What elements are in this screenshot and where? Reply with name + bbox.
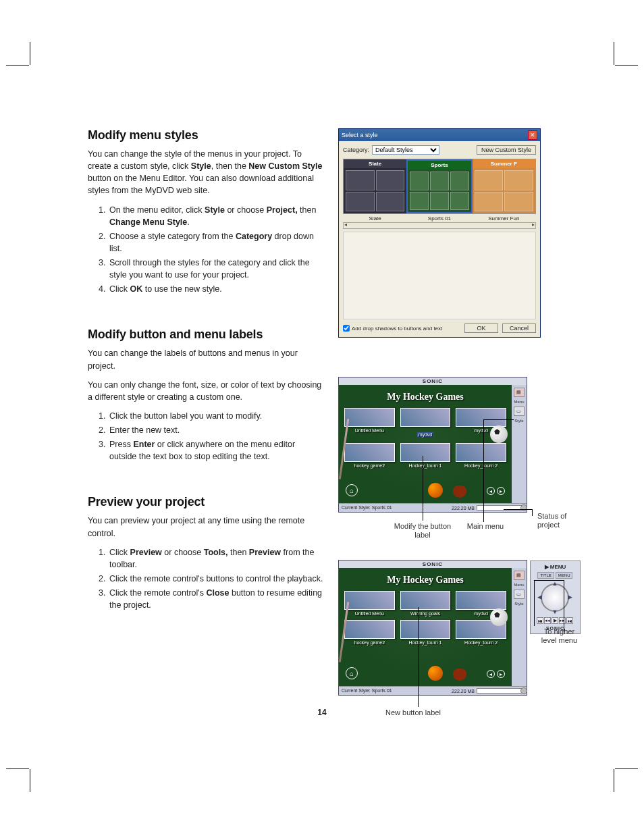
menu-thumb[interactable]: mydvd [400, 408, 451, 439]
menu-screen[interactable]: My Hockey Games Untitled Menu Winning go… [339, 568, 512, 686]
page-number: 14 [0, 708, 644, 717]
drop-shadow-checkbox[interactable]: Add drop shadows to buttons and text [343, 325, 442, 332]
capacity-bar [477, 688, 524, 694]
style-label-sports: Sports 01 [407, 215, 471, 221]
remote-transport[interactable]: ⏮ ◂◂ ▶ ▸▸ ⏭ [537, 617, 573, 624]
rewind-icon[interactable]: ◂◂ [544, 617, 551, 624]
category-dropdown[interactable]: Default Styles [372, 145, 439, 155]
dvd-editor-after: SONIC My Hockey Games Untitled Menu Winn… [338, 560, 527, 696]
heading-modify-labels: Modify button and menu labels [88, 328, 323, 342]
status-size: 222.20 MB [452, 689, 475, 694]
glove-icon [453, 669, 466, 681]
step-1: On the menu editor, click Style or choos… [108, 204, 323, 228]
menu-thumb[interactable]: Untitled Menu [344, 408, 395, 439]
step-2: Enter the new text. [108, 424, 323, 436]
brand-label: SONIC [339, 377, 527, 385]
step-1: Click the button label you want to modif… [108, 410, 323, 422]
menu-title[interactable]: My Hockey Games [344, 392, 506, 402]
status-style: Current Style: Sports 01 [342, 688, 392, 694]
style-label-summer: Summer Fun [472, 215, 536, 221]
remote-dpad[interactable]: ▲ ▼ ◀ ▶ [538, 581, 572, 615]
style-preview-area [343, 232, 536, 319]
ok-button[interactable]: OK [464, 323, 498, 333]
remote-title-tab[interactable]: TITLE [537, 572, 554, 579]
status-style: Current Style: Sports 01 [342, 505, 392, 511]
cancel-button[interactable]: Cancel [502, 323, 536, 333]
callout-status: Status of project [537, 512, 578, 529]
menu-thumb[interactable]: Hockey_tourn 1 [400, 443, 451, 468]
prev-icon[interactable]: ⏮ [537, 617, 543, 624]
steps-modify-labels: Click the button label you want to modif… [88, 410, 323, 463]
intro-paragraph: You can change the style of the menus in… [88, 148, 323, 197]
menu-thumb[interactable]: hockey game2 [344, 443, 395, 468]
style-label-slate: Slate [343, 215, 407, 221]
close-icon[interactable]: ✕ [528, 130, 537, 140]
status-bar: Current Style: Sports 01 222.20 MB [339, 503, 527, 512]
heading-modify-menu-styles: Modify menu styles [88, 128, 323, 142]
menu-screen[interactable]: My Hockey Games Untitled Menu mydvd mydv… [339, 385, 512, 503]
glove-icon [453, 486, 466, 498]
nav-arrows[interactable]: ◂▸ [487, 670, 505, 678]
style-strip[interactable]: Slate Sports Summer F [343, 159, 536, 214]
step-1: Click Preview or choose Tools, then Prev… [108, 546, 323, 571]
status-bar: Current Style: Sports 01 222.20 MB [339, 686, 527, 695]
status-size: 222.20 MB [452, 506, 475, 511]
menu-title[interactable]: My Hockey Games [344, 575, 506, 585]
menu-tool-icon[interactable]: ▤ [514, 388, 525, 397]
nav-arrows[interactable]: ◂▸ [487, 487, 505, 495]
step-3: Click the remote control's Close button … [108, 587, 323, 611]
callout-modify-label: Modify the button label [392, 522, 453, 540]
play-icon[interactable]: ▶ [552, 617, 558, 624]
menu-thumb[interactable]: Hockey_tourn 1 [400, 620, 451, 645]
dpad-down-icon[interactable]: ▼ [552, 608, 558, 615]
soccer-ball-icon [490, 608, 508, 626]
brand-label: SONIC [339, 561, 527, 568]
category-label: Category: [343, 147, 369, 153]
callout-main-menu: Main menu [465, 522, 506, 531]
section-modify-menu-styles: Modify menu styles You can change the st… [88, 128, 323, 295]
heading-preview: Preview your project [88, 495, 323, 509]
style-tool-icon[interactable]: ▭ [514, 407, 525, 416]
style-card-slate[interactable]: Slate [344, 159, 406, 213]
new-custom-style-button[interactable]: New Custom Style [477, 145, 536, 155]
style-scrollbar[interactable] [343, 222, 536, 229]
dpad-up-icon[interactable]: ▲ [552, 580, 558, 587]
menu-thumb[interactable]: hockey game2 [344, 620, 395, 645]
step-4: Click OK to use the new style. [108, 283, 323, 295]
basketball-icon [428, 666, 443, 681]
ffwd-icon[interactable]: ▸▸ [559, 617, 566, 624]
side-toolbar: ▤ Menu ▭ Style [512, 568, 527, 686]
menu-thumb[interactable]: Untitled Menu [344, 591, 395, 616]
style-dialog: Select a style ✕ Category: Default Style… [338, 128, 541, 338]
remote-menu-button[interactable]: ▶ MENU [545, 564, 566, 570]
step-2: Choose a style category from the Categor… [108, 230, 323, 255]
style-card-sports[interactable]: Sports [406, 159, 472, 213]
basketball-icon [428, 483, 443, 498]
soccer-ball-icon [490, 425, 508, 443]
dialog-titlebar[interactable]: Select a style ✕ [339, 129, 540, 141]
section-preview: Preview your project You can preview you… [88, 495, 323, 611]
step-3: Press Enter or click anywhere on the men… [108, 438, 323, 463]
callout-higher-menu: To higher level menu [541, 627, 578, 645]
dpad-left-icon[interactable]: ◀ [537, 594, 542, 600]
menu-tool-icon[interactable]: ▤ [514, 571, 525, 580]
dpad-right-icon[interactable]: ▶ [568, 594, 572, 600]
section-modify-labels: Modify button and menu labels You can ch… [88, 328, 323, 463]
dvd-editor-before: SONIC My Hockey Games Untitled Menu mydv… [338, 377, 527, 513]
p-preview: You can preview your project at any time… [88, 515, 323, 539]
next-icon[interactable]: ⏭ [566, 617, 573, 624]
home-icon[interactable]: ⌂ [346, 667, 358, 679]
steps-modify-menu-styles: On the menu editor, click Style or choos… [88, 204, 323, 296]
step-2: Click the remote control's buttons to co… [108, 573, 323, 585]
p-modify-labels-2: You can only change the font, size, or c… [88, 379, 323, 403]
remote-menu-tab[interactable]: MENU [556, 572, 573, 579]
dialog-title: Select a style [342, 132, 378, 138]
menu-thumb[interactable]: Winning goals [400, 591, 451, 616]
remote-control: ▶ MENU TITLE MENU ▲ ▼ ◀ ▶ ⏮ ◂◂ [530, 561, 581, 634]
home-icon[interactable]: ⌂ [346, 484, 358, 496]
steps-preview: Click Preview or choose Tools, then Prev… [88, 546, 323, 612]
style-card-summer[interactable]: Summer F [473, 159, 535, 213]
style-tool-icon[interactable]: ▭ [514, 590, 525, 599]
side-toolbar: ▤ Menu ▭ Style [512, 385, 527, 503]
menu-thumb[interactable]: Hockey_tourn 2 [456, 443, 506, 468]
